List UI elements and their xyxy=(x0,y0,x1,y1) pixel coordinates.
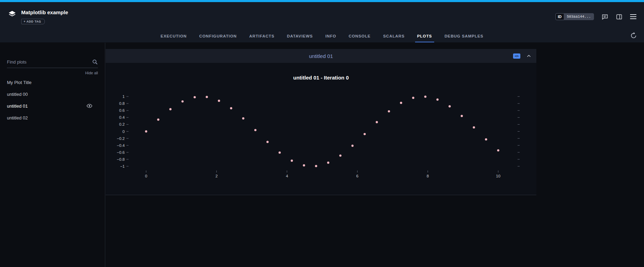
experiment-title: Matplotlib example xyxy=(21,9,68,15)
y-tick-label: −1 xyxy=(120,164,125,168)
y-tick-label: 0.2 xyxy=(119,122,125,126)
data-point xyxy=(327,161,329,164)
x-tick-label: 6 xyxy=(356,174,358,178)
x-tick-label: 2 xyxy=(215,174,217,178)
data-point xyxy=(242,117,244,119)
y-tick-label: −0.4 xyxy=(117,143,125,148)
y-tick-label: 1 xyxy=(123,94,125,99)
y-tick-label: 0.6 xyxy=(119,108,125,112)
tab-dataviews[interactable]: DATAVIEWS xyxy=(282,30,318,42)
id-chip-label: ID xyxy=(555,13,564,20)
tab-execution[interactable]: EXECUTION xyxy=(155,30,192,42)
data-point xyxy=(352,145,354,147)
tab-info[interactable]: INFO xyxy=(320,30,341,42)
x-tick-label: 8 xyxy=(427,174,429,178)
data-point xyxy=(291,160,293,162)
data-point xyxy=(315,165,317,167)
search-icon[interactable] xyxy=(92,59,98,66)
data-point xyxy=(473,126,475,128)
menu-icon[interactable] xyxy=(630,14,636,19)
data-point xyxy=(193,96,196,98)
view-code-icon[interactable]: </> xyxy=(513,53,520,59)
tab-console[interactable]: CONSOLE xyxy=(344,30,376,42)
y-tick-label: 0.8 xyxy=(119,101,125,106)
y-tick-label: −0.2 xyxy=(117,136,125,141)
auto-refresh-icon[interactable] xyxy=(630,32,637,40)
plot-list-item-untitled-00[interactable]: untitled 00 xyxy=(0,88,105,100)
data-point xyxy=(485,138,487,140)
data-point xyxy=(230,107,232,109)
plots-main: untitled 01 </> untitled 01 - Iteration … xyxy=(105,43,644,267)
data-point xyxy=(461,115,463,117)
app-header: Matplotlib example + ADD TAG ID 503aa144… xyxy=(0,2,644,30)
plot-list-item-my-plot-title[interactable]: My Plot Title xyxy=(0,76,105,88)
plot-list: My Plot Title untitled 00 untitled 01 un… xyxy=(0,76,105,124)
plot-widget-header: untitled 01 </> xyxy=(106,49,536,63)
experiment-id-chip[interactable]: ID 503aa144... xyxy=(555,13,594,20)
collapse-chevron-up-icon[interactable] xyxy=(526,53,531,59)
plot-widget-body: untitled 01 - Iteration 0 10.80.60.40.20… xyxy=(106,63,536,195)
visibility-eye-icon[interactable] xyxy=(86,104,92,108)
tab-plots[interactable]: PLOTS xyxy=(412,30,437,42)
data-point xyxy=(376,121,378,123)
data-point xyxy=(448,105,451,107)
tab-configuration[interactable]: CONFIGURATION xyxy=(194,30,242,42)
plot-list-item-untitled-01[interactable]: untitled 01 xyxy=(0,100,105,112)
y-tick-label: 0.4 xyxy=(119,115,125,119)
search-row xyxy=(7,59,98,68)
add-tag-button[interactable]: + ADD TAG xyxy=(21,19,45,24)
data-point xyxy=(412,97,414,99)
y-tick-label: 0 xyxy=(123,130,125,134)
data-point xyxy=(436,99,438,101)
data-point xyxy=(424,95,426,98)
plot-widget-title: untitled 01 xyxy=(106,53,536,59)
x-tick-label: 0 xyxy=(145,174,147,178)
plot-widget: untitled 01 </> untitled 01 - Iteration … xyxy=(106,49,536,195)
comments-icon[interactable] xyxy=(602,14,608,20)
data-point xyxy=(254,129,256,131)
plots-sidebar: Hide all My Plot Title untitled 00 untit… xyxy=(0,43,105,267)
clearml-logo-icon xyxy=(8,10,17,24)
data-point xyxy=(169,108,171,110)
data-point xyxy=(400,102,402,104)
content-area: Hide all My Plot Title untitled 00 untit… xyxy=(0,43,644,267)
data-point xyxy=(145,130,147,132)
plot-list-item-untitled-02[interactable]: untitled 02 xyxy=(0,112,105,124)
data-point xyxy=(266,141,269,143)
data-point xyxy=(206,96,208,98)
y-tick-label: −0.6 xyxy=(117,150,125,155)
x-tick-label: 4 xyxy=(286,174,288,178)
tab-bar: EXECUTION CONFIGURATION ARTIFACTS DATAVI… xyxy=(0,30,644,43)
data-point xyxy=(181,100,183,102)
x-tick-label: 10 xyxy=(496,174,501,178)
scatter-plot: 10.80.60.40.20−0.2−0.4−0.6−0.8−10246810 xyxy=(106,63,536,195)
data-point xyxy=(364,133,366,135)
data-point xyxy=(279,151,281,153)
data-point xyxy=(388,110,390,112)
data-point xyxy=(218,100,220,102)
id-chip-value: 503aa144... xyxy=(564,13,594,20)
tab-scalars[interactable]: SCALARS xyxy=(378,30,410,42)
data-point xyxy=(303,164,305,166)
y-tick-label: −0.8 xyxy=(117,157,125,161)
tab-artifacts[interactable]: ARTIFACTS xyxy=(244,30,280,42)
data-point xyxy=(339,155,341,157)
search-input[interactable] xyxy=(7,59,89,65)
tab-debug-samples[interactable]: DEBUG SAMPLES xyxy=(439,30,489,42)
details-panel-icon[interactable] xyxy=(616,14,622,20)
hide-all-link[interactable]: Hide all xyxy=(0,71,98,75)
data-point xyxy=(157,118,159,120)
data-point xyxy=(497,149,499,151)
